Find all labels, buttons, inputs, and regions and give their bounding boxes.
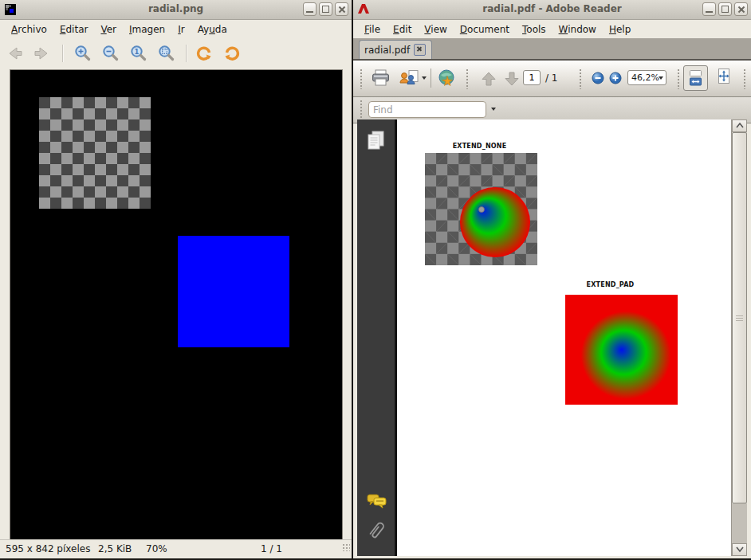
zoom-out-icon[interactable]	[101, 44, 120, 63]
menu-ver[interactable]: Ver	[94, 22, 123, 37]
page-total-label: / 1	[545, 72, 558, 84]
menu-edit[interactable]: Edit	[387, 22, 418, 37]
tab-close-icon[interactable]	[414, 44, 426, 56]
adobe-reader-window: radial.pdf - Adobe Reader File Edit View…	[353, 0, 751, 558]
attachments-panel-icon[interactable]	[366, 518, 387, 547]
scrollbar-track[interactable]	[732, 503, 747, 543]
status-filesize: 2,5 KiB	[98, 543, 132, 554]
scrollbar-thumb[interactable]	[732, 132, 747, 503]
zoom-level-value: 46,2%	[631, 72, 659, 83]
print-icon[interactable]	[371, 69, 390, 88]
menu-document[interactable]: Document	[454, 22, 516, 37]
menu-file[interactable]: File	[358, 22, 387, 37]
previous-page-icon	[479, 69, 498, 88]
menu-ayuda[interactable]: Ayuda	[191, 22, 234, 37]
menu-help[interactable]: Help	[603, 22, 637, 37]
image-viewer-window: radial.png Archivo Editar Ver Imagen Ir …	[0, 0, 352, 558]
zoom-fit-icon[interactable]	[157, 44, 176, 63]
image-viewer-toolbar: 1	[0, 38, 352, 69]
minimize-button[interactable]	[303, 2, 317, 16]
zoom-normal-icon[interactable]: 1	[129, 44, 148, 63]
close-button[interactable]	[734, 2, 748, 16]
vertical-scrollbar[interactable]	[731, 119, 747, 556]
menu-editar[interactable]: Editar	[53, 22, 95, 37]
window-title: radial.pdf - Adobe Reader	[353, 3, 751, 14]
menu-archivo[interactable]: Archivo	[5, 22, 53, 37]
window-title: radial.png	[0, 3, 352, 14]
status-zoom: 70%	[146, 543, 167, 554]
scroll-down-button[interactable]	[732, 543, 747, 556]
extend-pad-gradient-square	[565, 295, 678, 407]
acrobat-com-icon[interactable]	[437, 69, 456, 88]
toolbar-separator	[431, 69, 431, 88]
maximize-button[interactable]	[718, 2, 732, 16]
rotate-left-icon[interactable]	[195, 44, 214, 63]
tab-label: radial.pdf	[364, 45, 410, 56]
image-viewer-titlebar[interactable]: radial.png	[0, 0, 352, 20]
adobe-toolbar: / 1 46,2%	[353, 61, 751, 97]
rotate-right-icon[interactable]	[222, 44, 242, 63]
menu-window[interactable]: Window	[552, 22, 603, 37]
collaborate-icon[interactable]	[399, 69, 421, 88]
find-input[interactable]	[368, 101, 486, 118]
status-dimensions: 595 x 842 píxeles	[6, 543, 90, 554]
collaborate-dropdown-caret[interactable]	[422, 76, 427, 80]
menu-ir[interactable]: Ir	[171, 22, 191, 37]
next-page-icon	[502, 69, 521, 88]
menu-imagen[interactable]: Imagen	[123, 22, 171, 37]
close-button[interactable]	[335, 2, 348, 16]
extend-none-gradient-circle	[425, 153, 537, 268]
forward-icon[interactable]	[32, 44, 51, 63]
image-viewer-statusbar: 595 x 842 píxeles 2,5 KiB 70% 1 / 1	[0, 539, 352, 558]
status-page: 1 / 1	[261, 543, 282, 554]
minimize-button[interactable]	[702, 2, 716, 16]
zoom-out-button[interactable]	[592, 72, 611, 91]
back-icon[interactable]	[6, 44, 25, 63]
find-dropdown-caret[interactable]	[491, 108, 496, 111]
toolbar-grip[interactable]	[360, 69, 364, 89]
adobe-reader-titlebar[interactable]: radial.pdf - Adobe Reader	[353, 0, 751, 20]
scrolling-mode-button[interactable]	[683, 65, 708, 91]
toolbar-grip[interactable]	[579, 69, 583, 89]
adobe-menubar: File Edit View Document Tools Window Hel…	[353, 20, 751, 38]
menu-tools[interactable]: Tools	[516, 22, 552, 37]
zoom-level-select[interactable]: 46,2%	[627, 70, 666, 85]
toolbar-grip[interactable]	[466, 69, 470, 89]
navigation-sidebar	[357, 119, 397, 556]
zoom-in-button[interactable]	[609, 72, 628, 91]
menu-view[interactable]: View	[418, 22, 453, 37]
zoom-dropdown-caret	[659, 76, 663, 80]
pages-panel-icon[interactable]	[366, 130, 387, 155]
document-tabbar: radial.pdf	[353, 38, 751, 61]
png-checkerboard-square	[39, 97, 151, 209]
toolbar-grip[interactable]	[360, 100, 364, 120]
image-canvas[interactable]	[10, 69, 343, 541]
comments-panel-icon[interactable]	[366, 492, 388, 512]
image-viewer-menubar: Archivo Editar Ver Imagen Ir Ayuda	[0, 20, 352, 38]
png-blue-square	[178, 236, 289, 347]
svg-text:1: 1	[135, 48, 140, 56]
tab-radial-pdf[interactable]: radial.pdf	[359, 40, 432, 59]
extend-none-label: EXTEND_NONE	[423, 143, 536, 150]
toolbar-separator	[186, 45, 187, 62]
toolbar-grip[interactable]	[677, 69, 681, 89]
document-view: EXTEND_NONE EXTEND_PAD	[357, 119, 747, 556]
fit-page-button[interactable]	[712, 65, 737, 91]
resize-grip[interactable]	[342, 543, 350, 551]
toolbar-separator	[62, 45, 64, 62]
extend-pad-label: EXTEND_PAD	[554, 281, 666, 288]
maximize-button[interactable]	[319, 2, 332, 16]
zoom-in-icon[interactable]	[73, 44, 92, 63]
toolbar-grip[interactable]	[743, 69, 747, 89]
scroll-up-button[interactable]	[732, 119, 747, 132]
page-number-input[interactable]	[523, 70, 541, 85]
pdf-page[interactable]: EXTEND_NONE EXTEND_PAD	[397, 119, 731, 556]
